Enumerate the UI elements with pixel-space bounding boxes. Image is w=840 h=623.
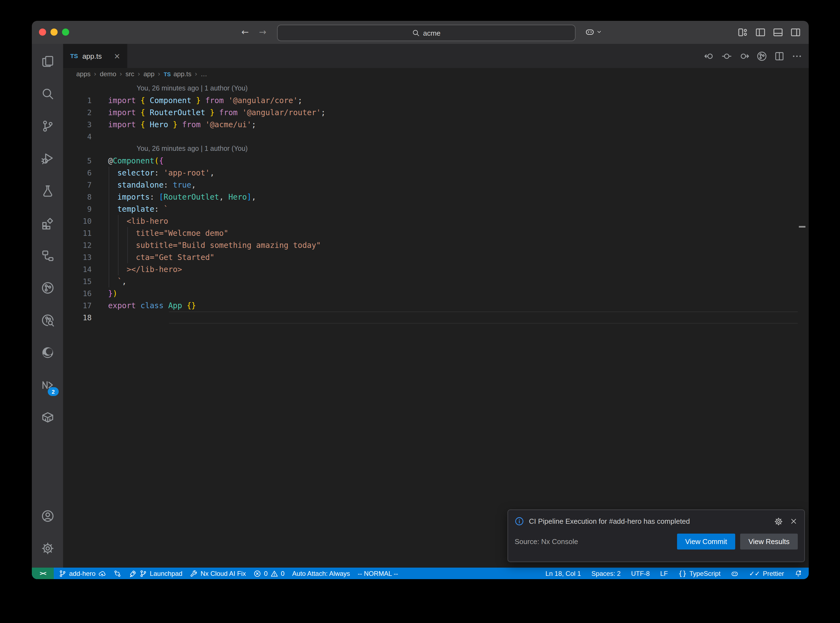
editor-toolbar [704,44,802,68]
layout-controls [737,27,801,38]
layout-customize-button[interactable] [737,27,748,38]
activity-bar-item-accounts[interactable] [32,500,63,532]
status-item-eol[interactable]: LF [660,569,668,577]
indentation-label: Spaces: 2 [591,569,621,577]
zoom-window-button[interactable] [62,29,69,36]
split-editor-button[interactable] [774,51,785,61]
info-icon [514,517,524,526]
status-item-branch-indicator[interactable]: add-hero [59,569,106,577]
status-item-notifications-bell[interactable] [794,569,802,577]
commit-graph-button[interactable] [757,51,767,61]
activity-bar-item-references[interactable] [32,239,63,272]
vim-mode-label: -- NORMAL -- [358,569,398,577]
auto-attach-label: Auto Attach: Always [292,569,350,577]
activity-bar-item-settings[interactable] [32,532,63,564]
activity-bar-item-extensions[interactable] [32,207,63,239]
commit-graph-icon [41,281,54,294]
history-forward-button[interactable]: → [259,27,266,38]
gear-icon [774,517,783,526]
code-line: 1import { Component } from '@angular/cor… [63,94,809,106]
activity-bar-item-commit-graph[interactable] [32,272,63,304]
language-mode-glyph: {} [678,569,686,577]
activity-bar-item-nx-console[interactable]: 2 [32,368,63,401]
layout-sidebar-left-icon [755,27,766,38]
typescript-file-icon: TS [70,53,78,59]
activity-bar-item-containers[interactable] [32,401,63,433]
status-item-prettier[interactable]: ✓✓Prettier [749,569,784,577]
notification-close-button[interactable] [789,517,798,526]
activity-bar-item-edge-devtools[interactable] [32,336,63,368]
breadcrumb-separator: › [137,70,140,78]
nav-back-button[interactable] [704,51,714,61]
status-item-language-mode[interactable]: {}TypeScript [678,569,720,577]
ellipsis-button[interactable] [792,51,802,61]
chevron-down-icon [596,29,602,35]
activity-bar-item-source-control[interactable] [32,110,63,142]
layout-sidebar-right-button[interactable] [790,27,801,38]
status-item-problems[interactable]: 00 [253,569,284,577]
layout-sidebar-right-icon [790,27,801,38]
tab-app-ts[interactable]: TS app.ts × [63,44,127,68]
status-item-auto-attach[interactable]: Auto Attach: Always [292,569,350,577]
status-item-encoding[interactable]: UTF-8 [631,569,650,577]
view-results-button[interactable]: View Results [740,534,798,549]
gitlens-blame-text[interactable]: You, 26 minutes ago | 1 author (You) [137,82,248,94]
history-back-button[interactable]: ← [241,27,249,38]
title-bar: ← → acme [32,21,809,44]
view-commit-button[interactable]: View Commit [677,534,736,549]
code-line: 12 subtitle="Build something amazing tod… [63,239,809,251]
nav-back-icon [704,51,714,61]
breadcrumb-item[interactable]: src [125,70,134,78]
activity-bar-item-search[interactable] [32,77,63,110]
status-item-launchpad[interactable]: Launchpad [129,569,183,577]
activity-bar-item-gitlens-search[interactable] [32,304,63,336]
extensions-icon [41,216,54,230]
breadcrumb: apps›demo›src›app›TSapp.ts›… [63,68,809,80]
activity-bar-item-run-and-debug[interactable] [32,142,63,174]
notification-title: CI Pipeline Execution for #add-hero has … [529,517,769,525]
breadcrumb-item[interactable]: TSapp.ts [164,70,192,78]
line-number: 2 [63,106,92,118]
remote-indicator[interactable]: >< [32,568,54,579]
editor-group: TS app.ts × apps›demo›src›app›TSapp.ts›…… [63,44,809,568]
activity-bar-item-explorer[interactable] [32,45,63,77]
vscode-window: ← → acme 2 TS app.ts × [32,21,809,579]
code-editor[interactable]: You, 26 minutes ago | 1 author (You)1imp… [63,80,809,568]
status-item-copilot-status[interactable] [731,569,739,577]
breadcrumb-item[interactable]: demo [100,70,116,78]
notification-settings-button[interactable] [774,517,783,526]
activity-bar-item-testing[interactable] [32,174,63,207]
status-item-cursor-position[interactable]: Ln 18, Col 1 [545,569,581,577]
code-line: 14 ></lib-hero> [63,263,809,275]
line-number: 1 [63,94,92,106]
search-query-text: acme [423,29,441,37]
status-item-nx-cloud-ai-fix[interactable]: Nx Cloud AI Fix [190,569,246,577]
line-number: 15 [63,275,92,287]
error-circle-icon [253,569,261,577]
status-item-indentation[interactable]: Spaces: 2 [591,569,621,577]
tab-close-icon[interactable]: × [114,52,120,60]
layout-panel-button[interactable] [772,27,783,38]
nav-forward-button[interactable] [739,51,749,61]
gitlens-blame-text[interactable]: You, 26 minutes ago | 1 author (You) [137,143,248,155]
line-number: 6 [63,167,92,179]
line-number: 4 [63,130,92,143]
status-item-vim-mode[interactable]: -- NORMAL -- [358,569,398,577]
notification-toast: CI Pipeline Execution for #add-hero has … [508,509,805,562]
status-item-git-compare[interactable] [114,569,121,577]
layout-sidebar-left-button[interactable] [755,27,766,38]
command-center-search[interactable]: acme [277,25,576,41]
nx-cloud-ai-fix-label: Nx Cloud AI Fix [201,569,246,577]
wrench-icon [190,569,198,577]
breadcrumb-item[interactable]: … [201,70,207,78]
breadcrumb-item[interactable]: apps [76,70,91,78]
breadcrumb-item[interactable]: app [143,70,154,78]
minimize-window-button[interactable] [51,29,58,36]
nav-circle-button[interactable] [722,51,732,61]
close-window-button[interactable] [39,29,46,36]
search-icon [41,87,54,100]
launchpad-label: Launchpad [150,569,183,577]
commit-graph-icon [757,51,767,61]
git-branch-icon [139,569,147,577]
copilot-menu[interactable] [585,27,602,37]
